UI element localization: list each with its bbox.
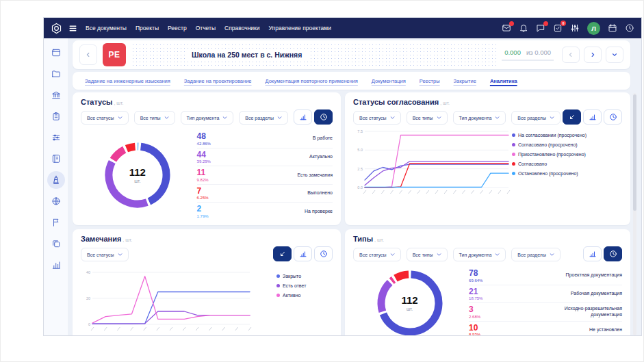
legend-label: Выполнено — [307, 190, 333, 196]
view-toggle-bar-icon[interactable] — [583, 246, 602, 261]
legend-label: Активно — [283, 293, 300, 298]
nav-link-2[interactable]: Реестр — [168, 25, 187, 31]
chart-bars-icon[interactable] — [47, 256, 65, 274]
tab-2[interactable]: Задание на проектирование — [184, 78, 252, 84]
bank-icon[interactable] — [47, 86, 65, 104]
chat-badge — [543, 21, 548, 26]
back-button[interactable] — [79, 44, 97, 65]
nav-link-0[interactable]: Все документы — [86, 25, 127, 31]
chevron-down-icon — [164, 116, 169, 120]
mail-icon[interactable] — [502, 23, 511, 33]
filter-dropdown[interactable]: Все разделы — [511, 111, 561, 125]
chevron-down-icon — [390, 253, 395, 257]
tab-4[interactable]: Документация — [372, 78, 406, 84]
prev-button[interactable] — [562, 47, 580, 63]
legend-item: Есть ответ — [276, 283, 333, 288]
chevron-down-icon — [277, 116, 282, 120]
filter-dropdown[interactable]: Все статусы — [81, 248, 129, 261]
notifications-bell-icon[interactable] — [519, 23, 528, 33]
svg-text:0.0: 0.0 — [357, 185, 363, 190]
nav-link-4[interactable]: Справочники — [224, 25, 260, 31]
legend-dot — [512, 153, 515, 156]
view-toggle-bar-icon[interactable] — [583, 109, 602, 125]
view-toggle-bar-icon[interactable] — [294, 246, 312, 261]
filter-label: Все разделы — [517, 116, 546, 120]
view-toggle-clock-icon[interactable] — [314, 246, 333, 261]
filter-dropdown[interactable]: Все типы — [134, 111, 175, 125]
filter-dropdown[interactable]: Все статусы — [353, 111, 401, 125]
nav-link-5[interactable]: Управление проектами — [269, 25, 331, 31]
user-avatar[interactable]: Л — [587, 22, 600, 35]
filter-dropdown[interactable]: Тип документа — [453, 111, 506, 125]
expand-button[interactable] — [606, 47, 623, 63]
legend-row: 4439.29%Актуально — [197, 148, 333, 167]
legend-label: Остановлено (просрочено) — [518, 171, 578, 176]
donut-total: 112 — [129, 167, 146, 177]
view-toggle-clock-icon[interactable] — [314, 109, 333, 125]
clock-icon[interactable] — [625, 23, 634, 33]
view-toggle-clock-icon[interactable] — [604, 109, 622, 125]
tab-5[interactable]: Реестры — [420, 78, 440, 84]
tower-icon[interactable] — [47, 171, 65, 189]
chat-icon[interactable] — [536, 23, 545, 33]
legend-row: 2118.75%Рабочая документация — [469, 285, 622, 304]
tab-6[interactable]: Закрытие — [454, 78, 476, 84]
view-toggle-line-icon[interactable] — [273, 246, 292, 261]
filter-dropdown[interactable]: Все типы — [407, 111, 448, 125]
legend-row: 4842.86%В работе — [197, 130, 333, 148]
view-toggle-clock-icon[interactable] — [604, 246, 622, 261]
project-badge: PE — [103, 43, 126, 66]
legend-value: 10 — [469, 324, 480, 333]
legend-value-block: 4439.29% — [197, 151, 211, 164]
legend-value-block: 7869.64% — [469, 269, 482, 283]
project-header: PE Школа на 250 мест в с. Нижняя 0.000 и… — [73, 40, 630, 69]
svg-text:2.5: 2.5 — [357, 167, 363, 171]
copy-icon[interactable] — [47, 235, 65, 253]
filter-dropdown[interactable]: Все статусы — [81, 111, 129, 125]
filter-dropdown[interactable]: Все статусы — [353, 248, 401, 261]
legend-label: Закрыто — [283, 274, 301, 279]
legend-label: Исходно-разрешительная документация — [537, 306, 622, 318]
window-icon[interactable] — [47, 44, 65, 62]
tasks-icon[interactable]: 0 — [553, 23, 563, 33]
legend-item: На согласовании (просрочено) — [512, 133, 622, 138]
menu-burger-icon[interactable] — [68, 24, 77, 33]
globe-icon[interactable] — [47, 192, 65, 210]
sliders-icon[interactable] — [570, 23, 580, 33]
chevron-down-icon — [550, 116, 554, 120]
chevron-down-icon — [390, 116, 395, 120]
flag-icon[interactable] — [47, 214, 65, 231]
view-toggle-line-icon[interactable] — [563, 109, 581, 125]
tab-7[interactable]: Аналитика — [490, 78, 517, 84]
legend-value: 3 — [469, 305, 480, 314]
clipboard-icon[interactable] — [47, 107, 65, 125]
progress-value: 0.000 — [504, 49, 521, 56]
line-legend: ЗакрытоЕсть ответАктивно — [253, 268, 333, 302]
scrollbar-thumb[interactable] — [633, 94, 636, 211]
legend-label: Приостановлено (просрочено) — [518, 152, 586, 157]
donut-legend: 7869.64%Проектная документация2118.75%Ра… — [469, 267, 622, 335]
filter-dropdown[interactable]: Тип документа — [181, 111, 234, 125]
legend-value-block: 32.68% — [469, 305, 480, 319]
card-agreement-statuses: Статусы согласования, шт. Все статусыВсе… — [345, 92, 630, 225]
view-toggle-bar-icon[interactable] — [294, 109, 312, 125]
filter-dropdown[interactable]: Все разделы — [239, 111, 288, 125]
sliders-horizontal-icon[interactable] — [47, 129, 65, 146]
next-button[interactable] — [584, 47, 602, 63]
legend-item: Согласовано (просрочено) — [512, 142, 622, 147]
book-icon[interactable] — [47, 150, 65, 168]
folder-share-icon[interactable] — [47, 65, 65, 83]
vertical-scrollbar[interactable] — [633, 93, 636, 335]
legend-row: 7869.64%Проектная документация — [469, 267, 622, 285]
chevron-down-icon — [222, 116, 227, 120]
nav-link-3[interactable]: Отчеты — [196, 25, 216, 31]
filter-dropdown[interactable]: Все разделы — [511, 248, 561, 261]
nav-link-1[interactable]: Проекты — [136, 25, 159, 31]
filter-dropdown[interactable]: Тип документа — [453, 248, 506, 261]
app-logo-icon[interactable] — [51, 23, 62, 34]
tab-1[interactable]: Задание на инженерные изыскания — [85, 78, 170, 84]
filter-label: Все разделы — [245, 116, 274, 120]
calendar-icon[interactable] — [608, 23, 617, 33]
tab-3[interactable]: Документация повторного применения — [266, 78, 358, 84]
filter-dropdown[interactable]: Все типы — [407, 248, 448, 261]
